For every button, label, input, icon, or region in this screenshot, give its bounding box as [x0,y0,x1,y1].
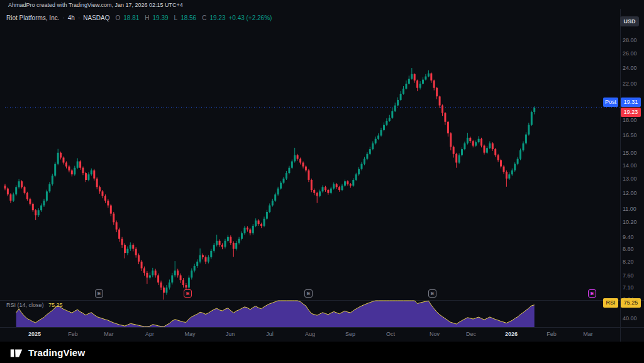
symbol-title[interactable]: Riot Platforms, Inc. [6,14,59,21]
low-label: L [174,14,178,21]
time-axis-label: 2025 [22,331,47,337]
price-axis-label: 11.00 [623,206,636,212]
low-value: 18.56 [180,14,196,21]
time-axis-label: Sep [338,331,363,337]
price-axis-label: 18.00 [623,117,637,123]
rsi-level-label: 40.00 [623,315,637,321]
price-axis-label: 9.40 [623,234,634,240]
rsi-legend[interactable]: RSI (14, close) 75.25 [6,302,63,308]
footer-bar: TradingView [0,342,644,363]
price-axis-label: 15.00 [623,150,637,156]
time-axis-label: Aug [297,331,323,337]
price-axis-label: 13.00 [623,176,637,182]
tradingview-logo-icon[interactable] [9,345,24,360]
symbol-exchange[interactable]: NASDAQ [83,14,109,21]
time-axis-label: May [177,331,203,337]
price-axis-label: 14.00 [623,162,637,169]
rsi-value-badge: 75.25 [621,298,641,308]
post-market-tag: Post [603,98,618,107]
price-axis-label: 16.50 [623,132,637,138]
close-label: C [202,14,206,21]
time-axis-label: Feb [60,331,86,337]
time-axis-label: 2026 [499,331,524,337]
time-axis-label: Jul [257,331,282,337]
close-value: 19.23 [209,14,225,21]
time-axis-label: Dec [458,331,484,337]
open-value: 18.81 [123,14,139,21]
high-label: H [145,14,149,21]
price-axis-label: 24.00 [623,65,637,71]
earnings-marker-icon[interactable]: E [95,289,103,298]
price-axis-label: 28.00 [623,37,637,43]
time-axis-label: Apr [137,331,162,337]
price-axis-label: 10.20 [623,219,637,225]
rsi-legend-label[interactable]: RSI (14, close) [6,302,44,308]
price-axis-label: 12.00 [623,190,637,196]
earnings-marker-icon[interactable]: E [428,289,436,298]
earnings-marker-icon[interactable]: E [304,289,313,298]
open-label: O [116,14,121,21]
price-axis-label: 8.20 [623,259,634,265]
change-value: +0.43 (+2.26%) [228,14,272,21]
time-axis-label: Jun [218,331,243,337]
time-axis-label: Feb [539,331,564,337]
symbol-legend: Riot Platforms, Inc. · 4h · NASDAQ O18.8… [6,14,272,21]
time-axis-label: Oct [378,331,403,337]
high-value: 19.39 [153,14,169,21]
price-axis-label: 7.10 [623,284,634,291]
currency-button[interactable]: USD [620,16,639,26]
symbol-interval[interactable]: 4h [68,14,75,21]
earnings-marker-icon[interactable]: E [588,289,596,298]
price-axis-label: 22.00 [623,81,637,87]
time-axis-label: Mar [575,331,601,337]
time-axis-label: Mar [96,331,121,337]
legend-separator: · [62,14,64,21]
time-axis-label: Nov [422,331,447,337]
post-market-price-badge: 19.31 [621,98,641,107]
tradingview-brand-text[interactable]: TradingView [28,347,85,358]
rsi-legend-value: 75.25 [48,302,63,308]
tradingview-chart-window: AhmadPro created with TradingView.com, J… [0,0,644,363]
earnings-marker-icon[interactable]: E [184,289,192,298]
price-axis-label: 7.60 [623,272,634,279]
price-axis-label: 26.00 [623,50,637,57]
legend-separator: · [78,14,80,21]
price-axis-label: 8.80 [623,246,634,252]
last-price-badge: 19.23 [621,108,641,117]
rsi-axis-tag: RSI [603,298,618,308]
